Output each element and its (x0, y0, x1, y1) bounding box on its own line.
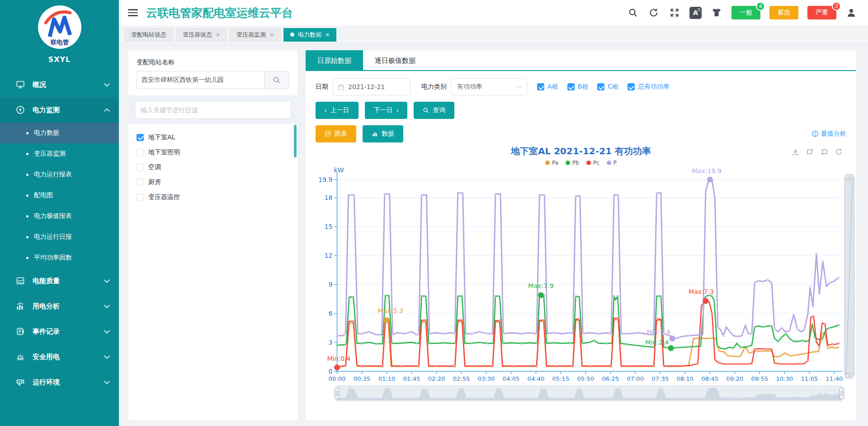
prev-day-button[interactable]: ‹上一日 (316, 102, 359, 119)
device-label: 厨房 (148, 178, 161, 186)
device-checkbox-row[interactable]: 厨房 (137, 175, 289, 189)
series-Pb[interactable] (337, 295, 839, 349)
checkbox[interactable] (137, 194, 144, 201)
close-icon[interactable]: × (216, 32, 220, 38)
sidebar-group-5[interactable]: 安全用电 (0, 344, 119, 369)
checkbox[interactable] (137, 149, 144, 156)
alarm-normal-button[interactable]: 一般 4 (731, 6, 760, 19)
x-tick-label: 08:10 (676, 375, 693, 382)
open-tab[interactable]: 变配电站状态 (124, 28, 173, 42)
refresh-icon[interactable] (648, 7, 660, 19)
power-category-select[interactable]: 有功功率 (451, 78, 527, 95)
chart-legend: PaPbPcP (306, 160, 856, 166)
sidebar-item[interactable]: 电力运行报表 (0, 164, 119, 185)
restore-icon[interactable] (835, 148, 843, 157)
phase-checkbox[interactable]: A相 (537, 83, 558, 91)
legend-item[interactable]: Pb (566, 160, 579, 166)
sidebar-group-0[interactable]: 概况 (0, 72, 119, 97)
sidebar-group-4[interactable]: 事件记录 (0, 319, 119, 344)
phase-label: 总有功功率 (638, 83, 670, 91)
language-icon[interactable]: A文 (689, 7, 702, 19)
data-view-button[interactable]: 数据 (363, 125, 403, 142)
sidebar-item[interactable]: 配电图 (0, 185, 119, 206)
chevron-down-icon (104, 328, 110, 334)
sidebar-group-2[interactable]: 电能质量 (0, 268, 119, 293)
checkbox[interactable] (137, 179, 144, 186)
search-icon[interactable] (627, 7, 639, 19)
annotation-Max:19.9: Max:19.9 (692, 167, 722, 182)
checkbox[interactable] (137, 164, 144, 171)
panel-scrollbar-thumb[interactable] (294, 125, 297, 157)
phase-label: B相 (578, 83, 589, 91)
phase-checkbox[interactable]: 总有功功率 (627, 83, 670, 91)
sidebar-group-3[interactable]: 用电分析 (0, 293, 119, 319)
sidebar-item-label: 变压器监测 (34, 150, 66, 158)
y-datazoom-slider[interactable] (844, 175, 854, 378)
sidebar-item[interactable]: 平均功率因数 (0, 247, 119, 268)
device-checkbox-row[interactable]: 变压器温控 (137, 189, 289, 204)
fullscreen-icon[interactable] (669, 7, 680, 19)
chart-view-button[interactable]: 图表 (316, 125, 356, 142)
checkbox[interactable] (627, 83, 635, 90)
station-search-button[interactable] (264, 71, 289, 89)
sidebar-group-1[interactable]: 电力监测 (0, 97, 119, 123)
date-picker[interactable]: 2021-12-21 (333, 78, 410, 95)
sidebar-item[interactable]: 电力数据 (0, 123, 119, 143)
series-Pc[interactable] (337, 301, 839, 368)
theme-icon[interactable] (711, 7, 722, 19)
datazoom-handle[interactable] (846, 175, 853, 179)
device-checkbox-row[interactable]: 地下室照明 (137, 145, 289, 160)
close-icon[interactable]: × (325, 32, 330, 38)
datazoom-handle[interactable] (840, 388, 844, 399)
sidebar-item[interactable]: 电力极值报表 (0, 206, 119, 227)
extremes-analysis-link[interactable]: 最值分析 (811, 130, 846, 138)
tab-daily-extremes-data[interactable]: 逐日极值数据 (363, 50, 427, 70)
phase-checkbox[interactable]: C相 (597, 83, 618, 91)
tab-daily-raw-data[interactable]: 日原始数据 (306, 50, 363, 70)
user-icon[interactable] (845, 7, 857, 19)
sidebar-group-6[interactable]: 运行环境 (0, 369, 119, 395)
x-tick-label: 03:30 (478, 375, 495, 382)
station-search-input[interactable] (137, 71, 264, 89)
next-day-button[interactable]: 下一日› (365, 102, 408, 119)
phase-checkbox[interactable]: B相 (567, 83, 589, 91)
series-P[interactable] (337, 180, 839, 339)
sidebar-item[interactable]: 变压器监测 (0, 143, 119, 164)
open-tab[interactable]: 变压器监测× (230, 28, 281, 42)
datazoom-slider[interactable] (335, 386, 844, 401)
legend-item[interactable]: Pa (545, 160, 558, 166)
legend-label: P (613, 160, 617, 166)
datazoom-handle[interactable] (335, 388, 340, 399)
alarm-severe-button[interactable]: 严重 3 (807, 6, 836, 19)
checkbox[interactable] (537, 83, 544, 90)
checkbox[interactable] (137, 134, 144, 141)
y-axis-unit: kW (334, 166, 344, 174)
menu-toggle-icon[interactable] (128, 9, 138, 16)
datazoom-reset-icon[interactable] (821, 148, 828, 157)
sidebar-group-label: 电力监测 (33, 106, 105, 114)
legend-item[interactable]: Pc (586, 160, 599, 166)
datazoom-select-icon[interactable] (806, 148, 814, 157)
quality-icon (15, 276, 25, 286)
line-chart[interactable]: 036912151819.9kW00:0000:3501:1001:4502:2… (306, 166, 856, 421)
device-checkbox-row[interactable]: 地下室AL (137, 130, 289, 145)
legend-item[interactable]: P (607, 160, 617, 166)
bullet-icon (26, 153, 28, 155)
checkbox[interactable] (597, 83, 604, 90)
datazoom-handle[interactable] (846, 374, 853, 378)
svg-text:6: 6 (329, 310, 333, 317)
legend-dot-icon (586, 161, 591, 165)
download-icon[interactable] (792, 148, 799, 157)
alarm-urgent-button[interactable]: 紧急 (769, 6, 798, 19)
open-tab[interactable]: 电力数据× (283, 28, 336, 42)
tab-label: 变压器监测 (236, 31, 266, 39)
device-checkbox-row[interactable]: 空调 (137, 160, 289, 175)
close-icon[interactable]: × (269, 32, 274, 38)
keyword-filter-input[interactable] (135, 101, 291, 119)
checkbox[interactable] (567, 83, 575, 90)
sidebar-menu: 概况电力监测电力数据变压器监测电力运行报表配电图电力极值报表电力运行日报平均功率… (0, 72, 119, 395)
analysis-icon (15, 301, 25, 311)
query-button[interactable]: 查询 (414, 102, 454, 119)
sidebar-item[interactable]: 电力运行日报 (0, 227, 119, 247)
open-tab[interactable]: 变压器状态× (176, 28, 227, 42)
